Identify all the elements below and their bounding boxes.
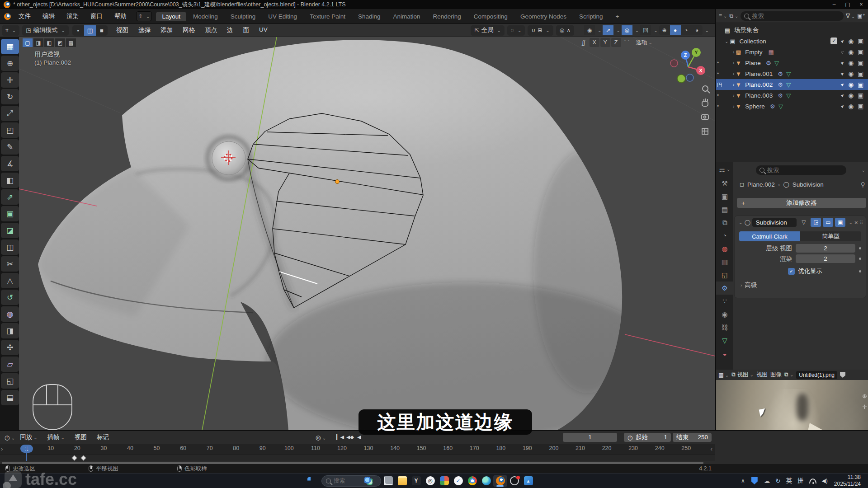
- tab-render[interactable]: ▣: [716, 190, 733, 203]
- tray-expand-icon[interactable]: ∧: [741, 478, 745, 484]
- new-collection-icon[interactable]: ▣⁺: [857, 13, 865, 19]
- playback-menu[interactable]: 回放⌄: [15, 433, 42, 441]
- mirror-x-button[interactable]: X: [590, 38, 599, 47]
- add-modifier-button[interactable]: + 添加修改器: [737, 198, 866, 208]
- workspace-tab-Modeling[interactable]: Modeling: [187, 12, 224, 21]
- outliner-filter-mode[interactable]: ⧉⌄: [729, 13, 738, 19]
- outliner-row-scene-collection[interactable]: ▤ 场景集合: [716, 25, 868, 36]
- tab-view-layer[interactable]: ⧉: [716, 216, 733, 229]
- select-subtract-icon[interactable]: ◧: [44, 38, 54, 47]
- prev-keyframe-icon[interactable]: ◀◆: [346, 434, 354, 440]
- optimal-display-checkbox[interactable]: ✓: [788, 268, 795, 275]
- timeline-collapse-icon[interactable]: ‹: [711, 446, 713, 452]
- proportional-editing[interactable]: ◎∧: [556, 25, 574, 36]
- selectable-icon[interactable]: ▸: [840, 92, 846, 99]
- tab-output[interactable]: ▤: [716, 203, 733, 216]
- app-capture[interactable]: ◎: [423, 475, 437, 487]
- viewport-menu-item[interactable]: UV: [254, 26, 273, 34]
- zoom-in-icon[interactable]: ⊕: [862, 393, 867, 399]
- viewport-menu-item[interactable]: 顶点: [200, 26, 222, 34]
- breadcrumb-modifier[interactable]: Subdivision: [793, 181, 824, 188]
- extras-icon[interactable]: ⌄: [849, 220, 852, 225]
- overlays-icon[interactable]: ◎: [622, 25, 632, 35]
- drag-handle-icon[interactable]: ⠿: [860, 220, 863, 225]
- tray-wifi-icon[interactable]: [809, 479, 816, 483]
- transform-orientation[interactable]: ⇱全局⌄: [471, 25, 504, 36]
- pin-icon[interactable]: ⚲: [861, 181, 865, 188]
- workspace-tab-Scripting[interactable]: Scripting: [573, 12, 609, 21]
- current-frame-field[interactable]: 1: [563, 433, 617, 442]
- workspace-tab-Compositing[interactable]: Compositing: [468, 12, 514, 21]
- tool-measure[interactable]: ∡: [1, 156, 19, 171]
- xray-icon[interactable]: 回: [640, 25, 651, 35]
- wireframe-shading-icon[interactable]: ⊕: [659, 25, 670, 35]
- viewport-menu-item[interactable]: 面: [238, 26, 254, 34]
- hide-icon[interactable]: ◉: [848, 59, 854, 66]
- workspace-tab-Animation[interactable]: Animation: [387, 12, 426, 21]
- outliner-row-sphere[interactable]: • › ▼ Sphere ⚙ ▽ ▸◉▣: [716, 101, 868, 112]
- menu-item[interactable]: 文件: [13, 13, 37, 19]
- tool-smooth[interactable]: ◍: [1, 306, 19, 322]
- render-visibility-icon[interactable]: ▣: [858, 59, 863, 66]
- tool-edge-slide[interactable]: ◨: [1, 323, 19, 338]
- selectable-icon[interactable]: ▸: [840, 103, 846, 110]
- tab-object[interactable]: ◱: [716, 268, 733, 282]
- symmetry-icon[interactable]: ∬: [579, 38, 589, 47]
- outliner-row-collection[interactable]: ⌄ ▣ Collection ✓▸◉▣: [716, 36, 868, 47]
- levels-render-field[interactable]: 2: [796, 254, 855, 263]
- tool-rip-region[interactable]: ◱: [1, 373, 19, 389]
- show-gizmo-icon[interactable]: ◉: [584, 25, 595, 35]
- select-intersect-icon[interactable]: ▩: [66, 38, 76, 47]
- workspace-tab-UV Editing[interactable]: UV Editing: [262, 12, 303, 21]
- tool-shrink-flatten[interactable]: ✣: [1, 340, 19, 355]
- menu-item[interactable]: 渲染: [61, 13, 85, 19]
- hide-icon[interactable]: ◉: [848, 48, 854, 56]
- tool-rip-edge[interactable]: ⬓: [1, 390, 19, 405]
- viewport-menu-item[interactable]: 边: [222, 26, 238, 34]
- outliner-row-plane003[interactable]: • › ▼ Plane.003 ⚙ ▽ ▸◉▣: [716, 90, 868, 101]
- collapse-icon[interactable]: ⌄: [739, 220, 742, 225]
- app-obs[interactable]: [507, 475, 521, 487]
- material-shading-icon[interactable]: ◔: [681, 25, 692, 35]
- blender-menu-icon[interactable]: [4, 13, 11, 20]
- tab-physics[interactable]: ◉: [716, 308, 733, 321]
- jump-to-start-icon[interactable]: ▎◀: [336, 434, 344, 440]
- app-todo[interactable]: ✓: [451, 475, 465, 487]
- hide-icon[interactable]: ◉: [848, 81, 854, 88]
- simple-button[interactable]: 简单型: [800, 231, 861, 241]
- app-photos[interactable]: ▲: [521, 475, 535, 487]
- image-editor-type-icon[interactable]: ▦⌄: [718, 371, 729, 378]
- show-on-cage-icon[interactable]: ▽: [798, 218, 809, 227]
- tool-shear[interactable]: ▱: [1, 357, 19, 372]
- show-in-editmode-icon[interactable]: ◲: [811, 218, 821, 227]
- image-menu-image[interactable]: 图像: [770, 371, 782, 379]
- selectable-icon[interactable]: ▸: [840, 38, 846, 45]
- vertex-select-icon[interactable]: ▪: [72, 25, 84, 36]
- collapse-icon[interactable]: ⌄: [725, 39, 728, 44]
- collection-checkbox[interactable]: ✓: [830, 38, 837, 44]
- pan-icon[interactable]: ✛: [862, 404, 867, 410]
- minimize-button[interactable]: –: [827, 1, 841, 8]
- maximize-button[interactable]: ▢: [841, 1, 854, 8]
- render-visibility-icon[interactable]: ▣: [858, 70, 863, 77]
- mirror-z-button[interactable]: Z: [611, 38, 621, 47]
- tool-cursor[interactable]: ⊕: [1, 56, 19, 71]
- mirror-y-button[interactable]: Y: [600, 38, 610, 47]
- image-menu-view[interactable]: 视图: [756, 371, 768, 379]
- properties-search-input[interactable]: [767, 167, 843, 174]
- hide-icon[interactable]: ◉: [848, 70, 854, 77]
- rendered-shading-icon[interactable]: ◕: [692, 25, 703, 35]
- tab-tool[interactable]: ⚒: [716, 177, 733, 190]
- animate-dot[interactable]: [859, 270, 861, 272]
- tab-material[interactable]: ◒: [716, 347, 733, 360]
- workspace-tab-Layout[interactable]: Layout: [156, 12, 186, 21]
- tool-knife[interactable]: ✂: [1, 256, 19, 272]
- tab-particles[interactable]: ∵: [716, 295, 733, 308]
- taskbar-search-input[interactable]: [334, 478, 362, 484]
- app-edge[interactable]: [479, 475, 493, 487]
- play-reverse-icon[interactable]: ◀: [357, 434, 361, 440]
- workspace-tab-Geometry Nodes[interactable]: Geometry Nodes: [514, 12, 572, 21]
- hide-icon[interactable]: ◉: [848, 92, 854, 99]
- breadcrumb-object[interactable]: Plane.002: [747, 181, 775, 188]
- selectable-icon[interactable]: ▸: [840, 59, 846, 66]
